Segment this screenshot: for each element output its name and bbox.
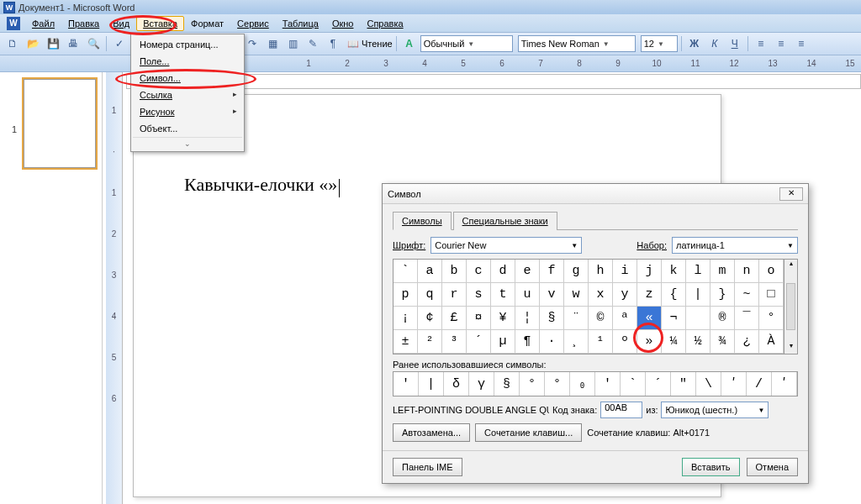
recent-cell[interactable]: °: [520, 372, 545, 396]
new-icon[interactable]: 🗋: [3, 34, 22, 53]
align-right-icon[interactable]: ≡: [792, 34, 811, 53]
menu-table[interactable]: Таблица: [276, 16, 325, 31]
char-cell[interactable]: r: [442, 283, 467, 307]
char-cell[interactable]: ©: [589, 307, 613, 330]
align-left-icon[interactable]: ≡: [752, 34, 770, 53]
char-cell[interactable]: d: [491, 260, 515, 283]
char-cell[interactable]: t: [491, 283, 515, 307]
columns-icon[interactable]: ▥: [283, 34, 302, 53]
menu-view[interactable]: Вид: [106, 16, 136, 31]
char-cell[interactable]: p: [394, 283, 418, 307]
char-cell[interactable]: ¡: [394, 307, 418, 330]
character-grid[interactable]: `abcdefghijklmnopqrstuvwxyz{|}~□¡¢£¤¥¦§¨…: [393, 259, 784, 354]
char-cell[interactable]: {: [662, 283, 686, 307]
recent-cell[interactable]: °: [545, 372, 570, 396]
recent-cell[interactable]: ʹ: [772, 372, 797, 396]
char-cell[interactable]: °: [759, 307, 784, 330]
char-cell[interactable]: □: [759, 283, 784, 307]
char-cell[interactable]: }: [710, 283, 735, 307]
recent-grid[interactable]: ′|δγ§°°₀′`´"\ʹ/ʹ: [393, 371, 798, 396]
spell-icon[interactable]: ✓: [110, 34, 129, 53]
recent-cell[interactable]: δ: [444, 372, 469, 396]
recent-cell[interactable]: ′: [394, 372, 419, 396]
recent-cell[interactable]: ₀: [570, 372, 595, 396]
char-cell[interactable]: ~: [735, 283, 759, 307]
italic-button[interactable]: К: [705, 34, 724, 53]
char-cell[interactable]: ·: [540, 330, 564, 354]
char-cell[interactable]: b: [442, 260, 467, 283]
char-cell[interactable]: a: [418, 260, 442, 283]
underline-button[interactable]: Ч: [726, 34, 744, 53]
app-icon[interactable]: W: [7, 17, 20, 30]
autocorrect-button[interactable]: Автозамена...: [393, 423, 470, 442]
char-cell[interactable]: À: [759, 330, 784, 354]
align-center-icon[interactable]: ≡: [772, 34, 790, 53]
char-cell[interactable]: ¤: [467, 307, 491, 330]
menu-window[interactable]: Окно: [325, 16, 361, 31]
redo-icon[interactable]: ↷: [243, 34, 261, 53]
menu-expand-icon[interactable]: ⌄: [133, 137, 242, 150]
char-cell[interactable]: n: [735, 260, 759, 283]
char-cell[interactable]: f: [540, 260, 564, 283]
char-cell[interactable]: ³: [442, 330, 467, 354]
drawing-icon[interactable]: ✎: [304, 34, 322, 53]
close-button[interactable]: ✕: [779, 187, 803, 201]
char-cell[interactable]: ´: [467, 330, 491, 354]
menu-link[interactable]: Ссылка: [133, 87, 242, 103]
char-cell[interactable]: ¦: [515, 307, 540, 330]
insert-button[interactable]: Вставить: [682, 458, 740, 476]
char-cell[interactable]: ª: [613, 307, 637, 330]
char-cell[interactable]: `: [394, 260, 418, 283]
fontsize-combo[interactable]: 12▼: [641, 35, 678, 52]
table-icon[interactable]: ▦: [263, 34, 282, 53]
char-cell[interactable]: w: [564, 283, 589, 307]
recent-cell[interactable]: |: [419, 372, 444, 396]
recent-cell[interactable]: ′: [595, 372, 621, 396]
char-cell[interactable]: ­: [686, 307, 710, 330]
menu-field[interactable]: Поле...: [133, 53, 242, 70]
recent-cell[interactable]: γ: [469, 372, 494, 396]
char-cell[interactable]: µ: [491, 330, 515, 354]
open-icon[interactable]: 📂: [24, 34, 42, 53]
char-cell[interactable]: ¯: [735, 307, 759, 330]
menu-picture[interactable]: Рисунок: [133, 103, 242, 120]
char-cell[interactable]: x: [589, 283, 613, 307]
char-cell[interactable]: c: [467, 260, 491, 283]
char-cell[interactable]: ¢: [418, 307, 442, 330]
char-cell[interactable]: y: [613, 283, 637, 307]
char-cell[interactable]: º: [613, 330, 637, 354]
recent-cell[interactable]: ´: [646, 372, 671, 396]
recent-cell[interactable]: ʹ: [721, 372, 747, 396]
char-cell[interactable]: h: [589, 260, 613, 283]
menu-insert[interactable]: Вставка: [136, 16, 184, 31]
menu-file[interactable]: Файл: [25, 16, 61, 31]
char-cell[interactable]: s: [467, 283, 491, 307]
styles-icon[interactable]: A: [400, 34, 419, 53]
char-cell[interactable]: ®: [710, 307, 735, 330]
char-cell[interactable]: e: [515, 260, 540, 283]
style-combo[interactable]: Обычный▼: [420, 35, 513, 52]
char-cell[interactable]: ¬: [662, 307, 686, 330]
menu-tools[interactable]: Сервис: [230, 16, 276, 31]
menu-help[interactable]: Справка: [360, 16, 409, 31]
bold-button[interactable]: Ж: [685, 34, 704, 53]
from-combo[interactable]: Юникод (шестн.)▼: [661, 402, 769, 418]
grid-scrollbar[interactable]: ▴▾: [784, 259, 798, 354]
recent-cell[interactable]: ": [671, 372, 696, 396]
cancel-button[interactable]: Отмена: [747, 458, 798, 476]
menu-edit[interactable]: Правка: [61, 16, 106, 31]
pilcrow-icon[interactable]: ¶: [324, 34, 342, 53]
char-cell[interactable]: q: [418, 283, 442, 307]
page-thumbnail[interactable]: [24, 79, 96, 168]
tab-symbols[interactable]: Символы: [393, 212, 452, 230]
char-cell[interactable]: |: [686, 283, 710, 307]
shortcut-button[interactable]: Сочетание клавиш...: [475, 423, 582, 442]
char-cell[interactable]: ½: [686, 330, 710, 354]
menu-page-numbers[interactable]: Номера страниц...: [133, 36, 242, 53]
reading-button[interactable]: 📖Чтение: [347, 39, 393, 50]
char-cell[interactable]: «: [637, 307, 662, 330]
char-cell[interactable]: u: [515, 283, 540, 307]
menu-symbol[interactable]: Символ...: [133, 70, 242, 87]
print-icon[interactable]: 🖶: [64, 34, 82, 53]
char-cell[interactable]: k: [662, 260, 686, 283]
